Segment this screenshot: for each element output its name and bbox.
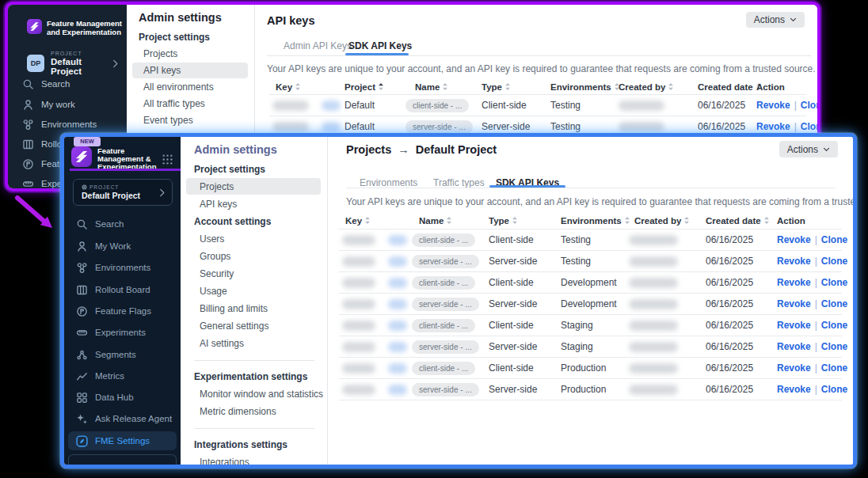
sidebar-item-rollout-board[interactable]: Rollout Board — [64, 280, 181, 299]
sidebar-item-search[interactable]: Search — [8, 74, 127, 93]
tab-admin-api-keys[interactable]: Admin API Keys — [284, 38, 336, 54]
clone-link[interactable]: Clone — [821, 341, 847, 352]
revoke-link[interactable]: Revoke — [756, 100, 790, 111]
sidebar-item-my-work[interactable]: My work — [8, 95, 127, 114]
sidebar-item-metrics[interactable]: Metrics — [64, 366, 181, 385]
admin-item-projects[interactable]: Projects — [181, 178, 327, 195]
revoke-link[interactable]: Revoke — [777, 341, 811, 352]
admin-item-api-keys[interactable]: API keys — [181, 195, 327, 213]
column-header-environments[interactable]: Environments — [550, 81, 620, 93]
column-header-environments[interactable]: Environments — [561, 214, 630, 226]
admin-item-groups[interactable]: Groups — [181, 248, 327, 265]
clone-link[interactable]: Clone — [801, 121, 820, 132]
sort-icon[interactable] — [763, 216, 770, 225]
admin-item-security[interactable]: Security — [181, 265, 327, 283]
column-header-type[interactable]: Type — [482, 81, 511, 93]
redacted-key-value — [342, 278, 375, 288]
admin-item-billing-and-limits[interactable]: Billing and limits — [181, 300, 327, 317]
breadcrumb-root[interactable]: Projects — [346, 143, 391, 156]
revoke-link[interactable]: Revoke — [777, 277, 811, 288]
revoke-link[interactable]: Revoke — [777, 298, 811, 309]
admin-item-ai-settings[interactable]: AI settings — [181, 335, 327, 352]
sidebar-item-my-work[interactable]: My Work — [64, 237, 181, 256]
sidebar-item-environments[interactable]: Environments — [64, 258, 181, 277]
revoke-link[interactable]: Revoke — [777, 362, 811, 374]
actions-button[interactable]: Actions — [746, 12, 805, 28]
admin-item-api-keys[interactable]: API keys — [127, 63, 254, 79]
revoke-link[interactable]: Revoke — [756, 121, 790, 132]
admin-item-metric-dimensions[interactable]: Metric dimensions — [181, 403, 327, 420]
table-row: client-side - ...Client-sideTesting06/16… — [328, 230, 853, 251]
sidebar-item-data-hub[interactable]: Data Hub — [64, 388, 181, 407]
revoke-link[interactable]: Revoke — [777, 384, 811, 395]
revoke-link[interactable]: Revoke — [777, 320, 811, 331]
sort-icon[interactable] — [295, 82, 301, 91]
project-selector[interactable]: DP PROJECT Default Project — [27, 51, 119, 76]
sidebar-item-label: Rollout Board — [95, 285, 150, 294]
sort-icon[interactable] — [512, 216, 518, 225]
redacted-key-value — [342, 299, 375, 309]
sort-icon[interactable] — [364, 216, 371, 225]
section-divider — [194, 428, 314, 429]
clone-link[interactable]: Clone — [801, 100, 820, 111]
admin-item-projects[interactable]: Projects — [127, 46, 254, 63]
revoke-link[interactable]: Revoke — [777, 234, 811, 245]
column-header-created_date[interactable]: Created date — [706, 214, 770, 226]
admin-item-all-environments[interactable]: All environments — [127, 79, 254, 96]
clone-link[interactable]: Clone — [821, 277, 847, 288]
search-icon — [22, 78, 34, 90]
tab-sdk-api-keys[interactable]: SDK API Keys — [348, 38, 405, 54]
sidebar-item-fme-settings[interactable]: FME Settings — [68, 431, 177, 450]
admin-item-usage[interactable]: Usage — [181, 283, 327, 300]
column-header-created_by[interactable]: Created by — [634, 214, 690, 226]
sidebar-item-experiments[interactable]: Experiments — [64, 323, 181, 342]
sort-icon[interactable] — [624, 216, 630, 225]
column-header-name[interactable]: Name — [419, 214, 452, 226]
key-name-pill: server-side - ... — [412, 255, 479, 268]
sort-icon[interactable] — [668, 82, 674, 91]
sidebar-item-search[interactable]: Search — [64, 214, 181, 233]
actions-button[interactable]: Actions — [779, 141, 838, 157]
revoke-link[interactable]: Revoke — [777, 256, 811, 267]
sort-icon[interactable] — [683, 216, 690, 225]
project-selector[interactable]: PROJECT Default Project — [73, 179, 173, 206]
sidebar-item-feature-flags[interactable]: Feature Flags — [64, 302, 181, 321]
redacted-created-by — [629, 256, 678, 267]
sort-icon[interactable] — [504, 82, 511, 91]
admin-item-users[interactable]: Users — [181, 230, 327, 248]
tab-sdk-api-keys[interactable]: SDK API Keys — [493, 175, 562, 191]
tab-traffic-types[interactable]: Traffic types — [433, 175, 481, 191]
admin-item-monitor-window-and-statistics[interactable]: Monitor window and statistics — [181, 385, 327, 403]
app-switcher-grid-icon[interactable] — [162, 154, 173, 165]
admin-item-event-types[interactable]: Event types — [127, 112, 254, 129]
admin-item-general-settings[interactable]: General settings — [181, 317, 327, 335]
admin-item-all-traffic-types[interactable]: All traffic types — [127, 96, 254, 112]
sort-icon[interactable] — [446, 216, 452, 225]
sidebar-item-segments[interactable]: Segments — [64, 345, 181, 364]
clone-link[interactable]: Clone — [821, 384, 847, 395]
clone-link[interactable]: Clone — [821, 298, 847, 309]
environments-cell: Testing — [561, 251, 591, 272]
sort-icon[interactable] — [378, 82, 384, 91]
column-header-name[interactable]: Name — [415, 81, 448, 93]
column-header-key[interactable]: Key — [345, 214, 371, 226]
environments-cell: Staging — [561, 336, 593, 358]
admin-item-integrations[interactable]: Integrations — [181, 453, 327, 469]
sort-icon[interactable] — [442, 82, 448, 91]
column-header-project[interactable]: Project — [345, 81, 384, 93]
clone-link[interactable]: Clone — [821, 320, 847, 331]
column-header-key[interactable]: Key — [276, 81, 301, 93]
column-header-created_date[interactable]: Created date — [698, 81, 762, 93]
sidebar-item-environments[interactable]: Environments — [8, 115, 127, 134]
redacted-copy-link — [322, 101, 341, 111]
column-header-created_by[interactable]: Created by — [619, 81, 674, 93]
column-header-type[interactable]: Type — [489, 214, 518, 226]
clone-link[interactable]: Clone — [821, 256, 847, 267]
key-name-pill: server-side - ... — [412, 340, 479, 354]
sidebar-item-ask-release-agent[interactable]: Ask Release Agent — [64, 409, 181, 428]
clone-link[interactable]: Clone — [821, 234, 847, 245]
key-name-pill: client-side - ... — [412, 362, 475, 375]
clone-link[interactable]: Clone — [821, 362, 847, 374]
tab-environments[interactable]: Environments — [360, 175, 410, 191]
sidebar-item-label: My work — [41, 100, 75, 109]
